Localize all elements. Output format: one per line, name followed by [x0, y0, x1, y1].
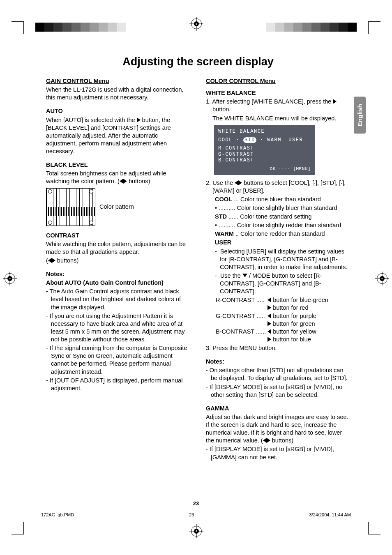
auto-paragraph: When [AUTO] is selected with the button,… [46, 116, 190, 156]
language-tab: English [354, 97, 366, 134]
cool-option: COOL ... Color tone bluer than standard [215, 196, 350, 203]
note-item: - If you are not using the Adjustment Pa… [46, 312, 190, 344]
print-colorbar [266, 23, 357, 32]
contrast-heading: CONTRAST [46, 232, 190, 240]
auto-heading: AUTO [46, 107, 190, 115]
contrast-buttons-table: R-CONTRAST ..... button for blue-green b… [215, 296, 329, 343]
user-note: - Use the / MODE button to select [R-CON… [215, 272, 350, 295]
notes-heading: Notes: [46, 270, 190, 278]
warm-option: WARM .. Color tone redder than standard [215, 230, 350, 238]
print-colorbar [35, 23, 126, 32]
triangle-right-icon [267, 337, 271, 342]
crop-mark [368, 21, 380, 34]
user-note: - Selecting [USER] will display the sett… [215, 248, 350, 271]
osd-selected: STD [243, 137, 256, 143]
triangle-left-icon [267, 297, 271, 302]
page-title: Adjusting the screen display [46, 55, 350, 68]
white-balance-heading: WHITE BALANCE [206, 89, 350, 97]
triangle-left-icon [120, 179, 123, 184]
page-number: 23 [0, 500, 392, 507]
osd-white-balance: WHITE BALANCE COOL · STD · WARM USER R-C… [214, 125, 315, 175]
step-2: 2. Use the buttons to select [COOL], [·]… [206, 179, 350, 195]
triangle-down-icon [242, 274, 247, 277]
crop-mark [12, 522, 24, 534]
black-level-text: Total screen brightness can be adjusted … [46, 170, 190, 185]
triangle-right-icon [52, 258, 55, 263]
dot-option: • .......... Color tone slightly redder … [215, 221, 350, 229]
osd-title: WHITE BALANCE [218, 128, 311, 135]
gain-control-heading: GAIN CONTROL Menu [46, 77, 190, 85]
note-item: - If [OUT OF ADJUST] is displayed, perfo… [46, 377, 190, 392]
gamma-note: - If [DISPLAY MODE] is set to [sRGB] or … [206, 445, 350, 461]
gamma-text: Adjust so that dark and bright images ar… [206, 413, 350, 445]
step-3: 3. Press the MENU button. [206, 344, 350, 352]
note-item: - The Auto Gain Control adjusts contrast… [46, 288, 190, 311]
triangle-right-icon [137, 117, 141, 122]
gain-intro: When the LL-172G is used with a digital … [46, 86, 190, 101]
triangle-right-icon [267, 321, 271, 326]
registration-mark [376, 272, 389, 285]
note-item: - If [DISPLAY MODE] is set to [sRGB] or … [206, 383, 350, 399]
note-item: - If the signal coming from the computer… [46, 344, 190, 376]
user-option-heading: USER [215, 239, 350, 246]
black-level-heading: BLACK LEVEL [46, 161, 190, 169]
triangle-left-icon [263, 438, 267, 443]
color-pattern-diagram [46, 188, 95, 226]
triangle-right-icon [267, 438, 270, 443]
triangle-left-icon [48, 258, 52, 263]
triangle-right-icon [333, 99, 337, 104]
footer-date: 3/24/2004, 11:44 AM [309, 512, 351, 517]
registration-mark [190, 525, 203, 538]
contrast-text: While watching the color pattern, adjust… [46, 240, 190, 256]
footer: 172AG_gb.PMD 23 3/24/2004, 11:44 AM [41, 512, 351, 517]
color-pattern-label: Color pattern [99, 203, 134, 211]
osd-ok-hint: OK ···· [MENU] [218, 166, 311, 173]
color-control-heading: COLOR CONTROL Menu [206, 77, 350, 85]
step-1: 1. After selecting [WHITE BALANCE], pres… [206, 98, 350, 113]
left-column: GAIN CONTROL Menu When the LL-172G is us… [46, 77, 190, 462]
dot-option: • .......... Color tone slightly bluer t… [215, 204, 350, 212]
registration-mark [3, 272, 16, 285]
crop-mark [368, 522, 380, 534]
triangle-right-icon [238, 180, 242, 185]
right-column: COLOR CONTROL Menu WHITE BALANCE 1. Afte… [206, 77, 350, 462]
footer-file: 172AG_gb.PMD [41, 512, 74, 517]
contrast-buttons: ( buttons) [46, 257, 190, 265]
triangle-left-icon [267, 313, 271, 318]
footer-page: 23 [189, 512, 194, 517]
gamma-heading: GAMMA [206, 405, 350, 412]
notes-heading: Notes: [206, 358, 350, 366]
crop-mark [12, 21, 24, 34]
triangle-left-icon [267, 329, 271, 334]
std-option: STD ...... Color tone standard setting [215, 213, 350, 221]
step-1b: The WHITE BALANCE menu will be displayed… [206, 115, 350, 122]
note-item: - On settings other than [STD] not all g… [206, 366, 350, 382]
registration-mark [190, 17, 203, 30]
triangle-right-icon [123, 179, 127, 184]
triangle-right-icon [267, 305, 271, 310]
triangle-left-icon [235, 180, 238, 185]
about-auto-heading: About AUTO (Auto Gain Control function) [46, 279, 190, 287]
